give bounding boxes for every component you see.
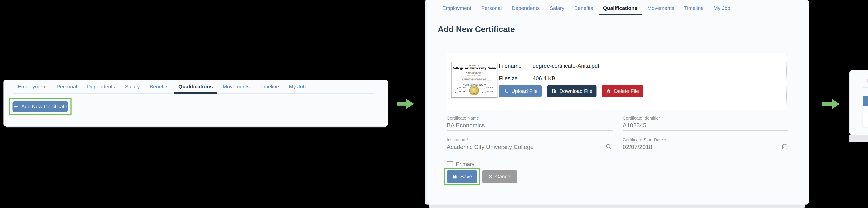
delete-file-label: Delete File	[614, 88, 639, 94]
download-file-button[interactable]: Download File	[547, 85, 596, 97]
tab-my-job[interactable]: My Job	[285, 84, 310, 93]
profile-tabs: Employment Personal Dependents Salary Be…	[863, 78, 868, 88]
filename-row: Filename degree-certificate-Anita.pdf	[499, 63, 599, 69]
add-new-certificate-form-panel: Employment Personal Dependents Salary Be…	[425, 0, 809, 205]
field-value: BA Economics	[447, 122, 485, 129]
cert-line: ON THE NOMINATION OF THE FACULTY	[452, 70, 497, 72]
trash-icon	[606, 88, 611, 94]
tab-employment[interactable]: Employment	[863, 78, 868, 87]
institution-field[interactable]: Institution * Academic City University C…	[447, 137, 613, 152]
filename-value: degree-certificate-Anita.pdf	[533, 63, 599, 69]
cert-name: YOUR NAME HERE	[452, 75, 497, 77]
signature	[482, 87, 495, 90]
cert-line: THE REGENTS OF	[452, 65, 497, 66]
upload-file-label: Upload File	[511, 88, 538, 94]
tab-benefits[interactable]: Benefits	[570, 5, 597, 14]
page-title: Add New Certificate	[438, 24, 515, 34]
plus-icon	[864, 98, 868, 103]
tab-salary[interactable]: Salary	[546, 5, 568, 14]
screenshot-root: { "colors": { "accent_blue": "#5b84b7", …	[0, 0, 868, 208]
primary-checkbox[interactable]	[447, 161, 453, 167]
tab-personal[interactable]: Personal	[477, 5, 506, 14]
field-label: Certificate Name *	[447, 116, 482, 121]
field-value: 02/07/2018	[623, 144, 652, 150]
panel-bottom-edge	[5, 126, 386, 127]
cert-line: THIS FOURTH DAY OF JUNE IN THE YEAR	[452, 84, 497, 85]
field-label: Certificate Start Date *	[623, 137, 666, 142]
cert-line: GIVEN AT CITY, STATE	[452, 82, 497, 84]
cert-line: WITH A MAJOR IN BUSINESS MANAGEMENT	[452, 79, 497, 80]
tab-timeline[interactable]: Timeline	[680, 5, 708, 14]
tab-personal[interactable]: Personal	[53, 84, 81, 93]
certificate-start-date-field[interactable]: Certificate Start Date * 02/07/2018	[623, 137, 788, 152]
cancel-button-label: Cancel	[495, 174, 512, 180]
save-button[interactable]: Save	[447, 170, 477, 183]
signature	[455, 91, 466, 94]
tab-qualifications[interactable]: Qualifications	[174, 84, 217, 93]
tab-my-job[interactable]: My Job	[709, 5, 735, 14]
filesize-label: Filesize	[499, 75, 533, 82]
certificate-name-field[interactable]: Certificate Name * BA Economics	[447, 116, 613, 130]
filesize-value: 406.4 KB	[533, 75, 556, 82]
certificate-preview-image: THE REGENTS OF College or University Nam…	[452, 62, 497, 97]
tab-dependents[interactable]: Dependents	[83, 84, 119, 93]
field-label: Certificate Identifier *	[623, 116, 663, 121]
certificate-file-card: THE REGENTS OF College or University Nam…	[447, 53, 786, 110]
profile-tabs: Employment Personal Dependents Salary Be…	[13, 84, 374, 94]
save-disk-icon	[452, 174, 458, 179]
profile-tabs: Employment Personal Dependents Salary Be…	[438, 5, 798, 15]
download-file-label: Download File	[559, 88, 592, 94]
add-new-certificate-button[interactable]: Add New Certificate	[12, 101, 68, 112]
panel-bottom-edge	[429, 205, 805, 208]
qualifications-tab-panel-before: Employment Personal Dependents Salary Be…	[3, 80, 388, 126]
filesize-row: Filesize 406.4 KB	[499, 75, 556, 82]
field-value: A102345	[623, 122, 646, 129]
field-label: Institution *	[447, 137, 468, 142]
tab-dependents[interactable]: Dependents	[507, 5, 544, 14]
delete-file-button[interactable]: Delete File	[602, 85, 643, 97]
upload-file-button[interactable]: Upload File	[499, 85, 542, 97]
plus-icon	[13, 104, 19, 109]
certificate-identifier-field[interactable]: Certificate Identifier * A102345	[623, 116, 788, 130]
tab-employment[interactable]: Employment	[438, 5, 475, 14]
upload-icon	[503, 88, 508, 94]
tab-qualifications[interactable]: Qualifications	[599, 5, 642, 14]
cancel-button[interactable]: Cancel	[482, 170, 517, 183]
cert-line: OF THE SCHOOL OF BUSINESS	[452, 72, 497, 73]
gold-seal	[469, 86, 479, 95]
save-disk-icon	[551, 88, 557, 94]
qualifications-tab-panel-after: Employment Personal Dependents Salary Be…	[849, 70, 868, 135]
panel-bottom-edge	[849, 135, 868, 142]
certificate-list-item[interactable]: BA Economics	[863, 113, 868, 127]
cert-line: WITH ALL THE RIGHTS AND PRIVILEGES THERE…	[452, 80, 497, 82]
add-new-certificate-label: Add New Certificate	[21, 103, 67, 110]
cert-title: College or University Name	[452, 66, 497, 70]
search-icon[interactable]	[606, 143, 612, 151]
flow-arrow-icon	[397, 99, 414, 109]
primary-checkbox-row: Primary	[447, 161, 474, 167]
highlight-box-save: Save	[444, 168, 480, 185]
filename-label: Filename	[499, 63, 533, 69]
tab-timeline[interactable]: Timeline	[255, 84, 283, 93]
tab-employment[interactable]: Employment	[13, 84, 51, 93]
tab-movements[interactable]: Movements	[643, 5, 678, 14]
primary-checkbox-label: Primary	[456, 161, 474, 167]
cert-line: HAVE CONFERRED UPON	[452, 73, 497, 75]
flow-arrow-icon	[822, 99, 840, 109]
close-icon	[488, 174, 493, 179]
calendar-icon[interactable]	[781, 143, 788, 151]
save-button-label: Save	[460, 174, 472, 180]
signature	[482, 91, 494, 94]
add-new-certificate-button[interactable]: Add New Certificate	[863, 96, 868, 106]
tab-movements[interactable]: Movements	[219, 84, 254, 93]
field-value: Academic City University College	[447, 144, 534, 150]
signature	[454, 87, 467, 90]
tab-benefits[interactable]: Benefits	[146, 84, 173, 93]
tab-salary[interactable]: Salary	[121, 84, 144, 93]
cert-line: THE DEGREE OF BACHELOR OF SCIENCE	[452, 78, 497, 79]
highlight-box-add-certificate: Add New Certificate	[9, 98, 71, 115]
